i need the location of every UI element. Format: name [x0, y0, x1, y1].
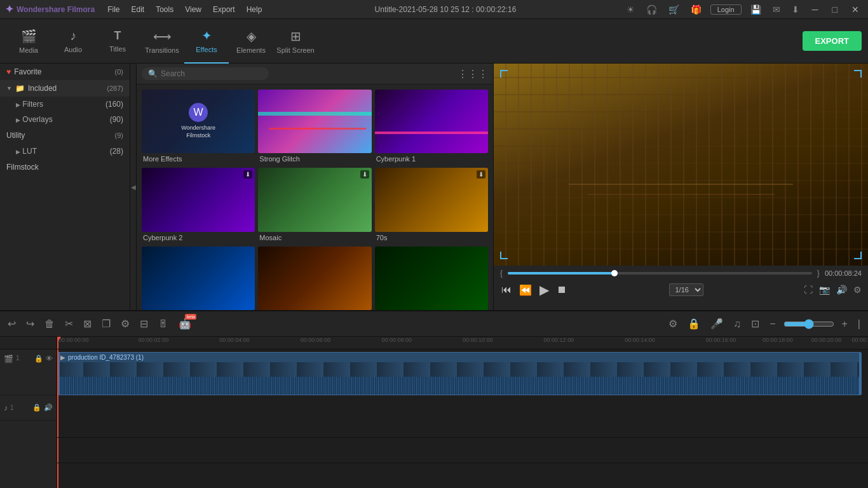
effect-cyberpunk-2[interactable]: ⬇ Cyberpunk 2: [142, 168, 255, 243]
frame-back-button[interactable]: ⏪: [518, 283, 533, 297]
video-track-lock-icon[interactable]: 🔒: [34, 355, 43, 363]
sidebar-filmstock[interactable]: Filmstock: [0, 159, 130, 175]
time-20: 00:00:20:00: [811, 337, 842, 343]
toolbar-elements[interactable]: ◈ Elements: [229, 19, 273, 64]
effect-row3-b[interactable]: [258, 247, 371, 310]
video-track-eye-icon[interactable]: 👁: [46, 355, 53, 362]
sidebar-overlays[interactable]: ▶ Overlays (90): [0, 112, 130, 127]
audio-track-eye-icon[interactable]: 🔊: [44, 403, 53, 412]
progress-knob[interactable]: [611, 270, 618, 276]
ai-button[interactable]: 🤖 beta: [176, 316, 194, 331]
volume-icon[interactable]: 🔊: [836, 285, 847, 295]
fullscreen-icon[interactable]: ⛶: [804, 285, 813, 295]
toolbar-transitions[interactable]: ⟷ Transitions: [140, 19, 184, 64]
headphones-icon[interactable]: 🎧: [644, 3, 660, 16]
effect-row3-a[interactable]: [142, 247, 255, 310]
search-input[interactable]: [161, 69, 262, 78]
resolution-select[interactable]: 1/16: [669, 283, 703, 296]
gift-icon[interactable]: 🎁: [688, 3, 704, 16]
split-button[interactable]: ⊟: [137, 316, 151, 331]
cut-button[interactable]: ✂: [62, 316, 76, 331]
menu-view[interactable]: View: [180, 4, 207, 15]
lut-count: (28): [110, 147, 123, 156]
delete-button[interactable]: 🗑: [42, 317, 57, 331]
mic-button[interactable]: 🎤: [708, 316, 726, 331]
mail-icon[interactable]: ✉: [770, 3, 783, 16]
audio-track-lock-icon[interactable]: 🔒: [32, 403, 41, 412]
download-icon[interactable]: ⬇: [789, 3, 802, 16]
sidebar-favorite[interactable]: ♥ Favorite (0): [0, 64, 130, 80]
main-toolbar: 🎬 Media ♪ Audio T Titles ⟷ Transitions ✦…: [0, 19, 868, 64]
selection-handle-tl: [500, 70, 508, 78]
sidebar-filters[interactable]: ▶ Filters (160): [0, 97, 130, 112]
snapshot-icon[interactable]: 📷: [819, 285, 830, 295]
effect-70s[interactable]: ⬇ 70s: [375, 168, 488, 243]
step-back-button[interactable]: ⏮: [500, 283, 513, 297]
grid-view-icon[interactable]: ⋮⋮⋮: [458, 68, 488, 80]
video-clip[interactable]: ▶ production ID_4782373 (1): [57, 352, 862, 395]
effect-row3-c[interactable]: [375, 247, 488, 310]
clip-name: production ID_4782373 (1): [68, 354, 144, 361]
sidebar-included[interactable]: ▼ 📁 Included (287): [0, 80, 130, 97]
effect-mosaic[interactable]: ⬇ Mosaic: [258, 168, 371, 243]
effect-more-effects[interactable]: W WondershareFilmstock More Effects: [142, 90, 255, 165]
effects-tl-button[interactable]: ⚙: [118, 316, 132, 331]
menu-tools[interactable]: Tools: [151, 4, 179, 15]
time-22: 00:00:22:00: [851, 337, 868, 343]
redo-button[interactable]: ↪: [24, 316, 37, 331]
search-input-wrap[interactable]: 🔍: [142, 67, 269, 80]
minimize-button[interactable]: ─: [808, 0, 822, 19]
caption-button[interactable]: ⊡: [749, 316, 762, 331]
play-buttons: ⏮ ⏪ ▶ ⏹: [500, 281, 568, 299]
lock-tl-button[interactable]: 🔒: [685, 316, 703, 331]
menu-export[interactable]: Export: [208, 4, 240, 15]
settings-tl-button[interactable]: ⚙: [666, 316, 680, 331]
toolbar-media[interactable]: 🎬 Media: [6, 19, 51, 64]
toolbar-audio[interactable]: ♪ Audio: [51, 19, 95, 64]
preview-panel: { } 00:00:08:24 ⏮ ⏪ ▶ ⏹ 1/16: [493, 64, 868, 310]
time-12: 00:00:12:00: [544, 337, 574, 343]
toolbar-splitscreen[interactable]: ⊞ Split Screen: [273, 19, 318, 64]
play-icon-clip: ▶: [60, 354, 65, 361]
collapse-panel-button[interactable]: ◀: [130, 64, 137, 310]
clip-end-handle[interactable]: [859, 353, 861, 395]
bracket-right-button[interactable]: }: [817, 269, 820, 278]
maximize-button[interactable]: □: [829, 0, 841, 19]
menu-edit[interactable]: Edit: [126, 4, 149, 15]
timeline-end-button[interactable]: |: [855, 317, 863, 331]
toolbar-effects[interactable]: ✦ Effects: [184, 19, 229, 64]
settings-icon[interactable]: ⚙: [853, 285, 862, 295]
duplicate-button[interactable]: ❐: [99, 316, 113, 331]
more-effects-label: More Effects: [142, 153, 255, 165]
sun-icon[interactable]: ☀: [624, 3, 637, 16]
music-button[interactable]: ♫: [731, 317, 743, 331]
zoom-slider[interactable]: [783, 319, 834, 329]
audio-mix-button[interactable]: 🎚: [156, 317, 171, 331]
close-button[interactable]: ✕: [848, 0, 863, 19]
bracket-left-button[interactable]: {: [500, 269, 503, 278]
overlays-label: Overlays: [22, 115, 52, 124]
zoom-in-button[interactable]: +: [839, 317, 850, 331]
toolbar-titles[interactable]: T Titles: [95, 19, 140, 64]
cart-icon[interactable]: 🛒: [666, 3, 682, 16]
menu-file[interactable]: File: [102, 4, 125, 15]
stop-button[interactable]: ⏹: [555, 283, 568, 297]
menu-help[interactable]: Help: [241, 4, 268, 15]
sidebar-utility[interactable]: Utility (9): [0, 127, 130, 144]
sidebar-lut[interactable]: ▶ LUT (28): [0, 144, 130, 159]
play-button[interactable]: ▶: [538, 281, 550, 299]
strong-glitch-thumb: [258, 90, 371, 153]
timeline-ruler[interactable]: 00:00:00:00 00:00:02:00 00:00:04:00 00:0…: [57, 337, 868, 349]
row3c-thumb: [375, 247, 488, 310]
login-button[interactable]: Login: [710, 4, 742, 15]
progress-bar[interactable]: [508, 272, 812, 274]
undo-button[interactable]: ↩: [5, 316, 18, 331]
effect-cyberpunk-1[interactable]: Cyberpunk 1: [375, 90, 488, 165]
effect-strong-glitch[interactable]: Strong Glitch: [258, 90, 371, 165]
crop-button[interactable]: ⊠: [81, 316, 94, 331]
selection-handle-tr: [854, 70, 862, 78]
save-icon[interactable]: 💾: [748, 3, 764, 16]
zoom-out-button[interactable]: −: [767, 317, 778, 331]
effects-sidebar: ♥ Favorite (0) ▼ 📁 Included (287) ▶ Filt…: [0, 64, 130, 310]
export-button[interactable]: EXPORT: [803, 31, 862, 51]
